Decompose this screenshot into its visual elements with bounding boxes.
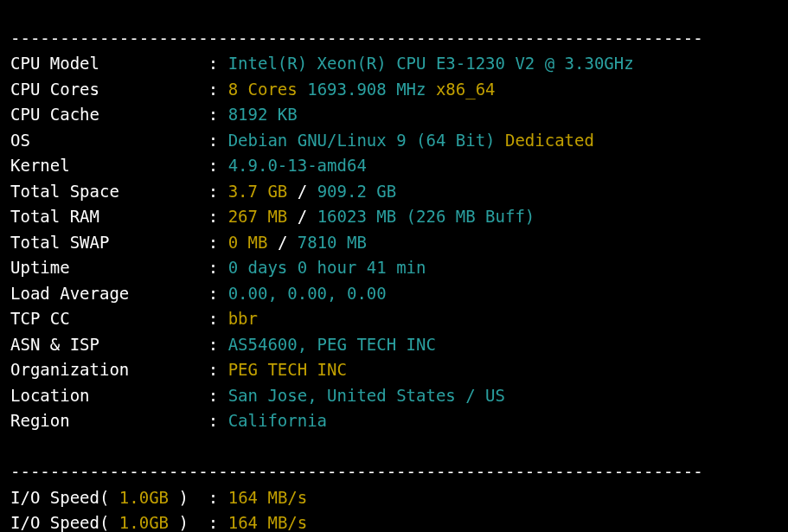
field-label: CPU Cores bbox=[10, 80, 208, 99]
field-value-part: Intel(R) Xeon(R) CPU E3-1230 V2 @ 3.30GH… bbox=[228, 54, 634, 73]
field-separator: : bbox=[208, 335, 228, 354]
io-label-size: 1.0GB bbox=[119, 513, 169, 532]
field-value-part: Dedicated bbox=[505, 131, 594, 150]
field-label: Kernel bbox=[10, 156, 208, 175]
sysinfo-row: CPU Model : Intel(R) Xeon(R) CPU E3-1230… bbox=[10, 51, 779, 77]
field-label: CPU Model bbox=[10, 54, 208, 73]
field-label: Total Space bbox=[10, 182, 208, 201]
field-value-part: 267 MB bbox=[228, 207, 288, 226]
divider-mid: ----------------------------------------… bbox=[10, 462, 703, 481]
sysinfo-row: Region : California bbox=[10, 408, 779, 434]
field-value-part: 909.2 GB bbox=[317, 182, 397, 201]
io-label: I/O Speed( 1.0GB ) bbox=[10, 488, 189, 507]
field-value-part: AS54600, PEG TECH INC bbox=[228, 335, 436, 354]
sysinfo-row: Kernel : 4.9.0-13-amd64 bbox=[10, 153, 779, 179]
field-value-part: PEG TECH INC bbox=[228, 360, 347, 379]
field-value-part: San Jose, United States / US bbox=[228, 386, 505, 405]
field-value-part: 1693.908 MHz bbox=[298, 80, 436, 99]
io-label-prefix: I/O Speed( bbox=[10, 513, 119, 532]
field-value-part: 7810 MB bbox=[298, 233, 367, 252]
field-separator: : bbox=[208, 105, 228, 124]
io-row: I/O Speed( 1.0GB ) : 164 MB/s bbox=[10, 510, 779, 532]
field-label: CPU Cache bbox=[10, 105, 208, 124]
field-label: Uptime bbox=[10, 258, 208, 277]
field-separator: : bbox=[208, 513, 228, 532]
sysinfo-row: Load Average : 0.00, 0.00, 0.00 bbox=[10, 281, 779, 307]
field-value-part: x86_64 bbox=[436, 80, 496, 99]
field-separator: : bbox=[208, 284, 228, 303]
field-value-part: 8192 KB bbox=[228, 105, 298, 124]
io-row: I/O Speed( 1.0GB ) : 164 MB/s bbox=[10, 485, 779, 511]
field-value-part: bbr bbox=[228, 309, 258, 328]
field-value-part: 4.9.0-13-amd64 bbox=[228, 156, 367, 175]
field-separator: : bbox=[208, 233, 228, 252]
io-label-prefix: I/O Speed( bbox=[10, 488, 119, 507]
sysinfo-row: Uptime : 0 days 0 hour 41 min bbox=[10, 255, 779, 281]
field-value-part: 16023 MB bbox=[317, 207, 397, 226]
io-value: 164 MB/s bbox=[228, 488, 308, 507]
field-value-part: 8 Cores bbox=[228, 80, 298, 99]
field-separator: : bbox=[208, 156, 228, 175]
field-value-part: 0 MB bbox=[228, 233, 268, 252]
field-value-part: California bbox=[228, 411, 327, 430]
field-separator: : bbox=[208, 207, 228, 226]
sysinfo-row: CPU Cores : 8 Cores 1693.908 MHz x86_64 bbox=[10, 77, 779, 103]
field-separator: : bbox=[208, 80, 228, 99]
field-value-part: / bbox=[267, 233, 297, 252]
field-value-part: / bbox=[287, 182, 317, 201]
io-label-size: 1.0GB bbox=[119, 488, 169, 507]
field-label: Load Average bbox=[10, 284, 208, 303]
field-separator: : bbox=[208, 258, 228, 277]
field-label: TCP CC bbox=[10, 309, 208, 328]
field-separator: : bbox=[208, 309, 228, 328]
sysinfo-rows: CPU Model : Intel(R) Xeon(R) CPU E3-1230… bbox=[10, 51, 779, 434]
io-rows: I/O Speed( 1.0GB ) : 164 MB/sI/O Speed( … bbox=[10, 485, 779, 533]
field-value-part: 0 days 0 hour 41 min bbox=[228, 258, 426, 277]
io-label: I/O Speed( 1.0GB ) bbox=[10, 513, 189, 532]
field-separator: : bbox=[208, 131, 228, 150]
io-label-suffix: ) bbox=[169, 488, 189, 507]
field-label: Region bbox=[10, 411, 208, 430]
field-separator: : bbox=[208, 488, 228, 507]
field-label: Organization bbox=[10, 360, 208, 379]
field-value-part: (226 MB Buff) bbox=[396, 207, 535, 226]
divider-top: ----------------------------------------… bbox=[10, 29, 703, 48]
field-separator: : bbox=[208, 54, 228, 73]
field-separator: : bbox=[208, 360, 228, 379]
field-label: OS bbox=[10, 131, 208, 150]
field-value-part: 3.7 GB bbox=[228, 182, 288, 201]
field-value-part: / bbox=[287, 207, 317, 226]
sysinfo-row: ASN & ISP : AS54600, PEG TECH INC bbox=[10, 332, 779, 358]
sysinfo-row: Location : San Jose, United States / US bbox=[10, 383, 779, 409]
sysinfo-row: OS : Debian GNU/Linux 9 (64 Bit) Dedicat… bbox=[10, 128, 779, 154]
sysinfo-row: Total Space : 3.7 GB / 909.2 GB bbox=[10, 179, 779, 205]
field-label: ASN & ISP bbox=[10, 335, 208, 354]
field-label: Location bbox=[10, 386, 208, 405]
field-label: Total SWAP bbox=[10, 233, 208, 252]
io-value: 164 MB/s bbox=[228, 513, 308, 532]
sysinfo-row: CPU Cache : 8192 KB bbox=[10, 102, 779, 128]
field-label: Total RAM bbox=[10, 207, 208, 226]
field-separator: : bbox=[208, 182, 228, 201]
field-value-part bbox=[496, 131, 505, 150]
field-value-part: 0.00, 0.00, 0.00 bbox=[228, 284, 387, 303]
sysinfo-row: Total SWAP : 0 MB / 7810 MB bbox=[10, 230, 779, 256]
field-separator: : bbox=[208, 411, 228, 430]
sysinfo-row: Total RAM : 267 MB / 16023 MB (226 MB Bu… bbox=[10, 204, 779, 230]
sysinfo-row: TCP CC : bbr bbox=[10, 306, 779, 332]
field-value-part: Debian GNU/Linux 9 (64 Bit) bbox=[228, 131, 496, 150]
io-label-suffix: ) bbox=[169, 513, 189, 532]
field-separator: : bbox=[208, 386, 228, 405]
sysinfo-row: Organization : PEG TECH INC bbox=[10, 357, 779, 383]
terminal-output: ----------------------------------------… bbox=[0, 0, 788, 532]
